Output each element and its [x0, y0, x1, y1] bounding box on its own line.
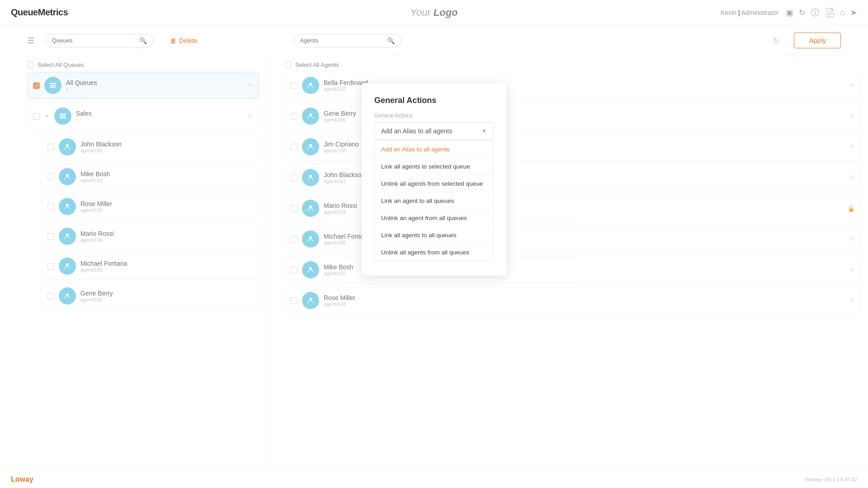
- queues-search-input[interactable]: [52, 37, 137, 44]
- toolbar-refresh-icon[interactable]: ↻: [773, 36, 779, 46]
- dropdown-option[interactable]: Link all agents to selected queue: [375, 158, 493, 175]
- header-icons: ▣ ↻ ⓘ 📄 ⌂ ➤: [786, 7, 857, 18]
- modal-overlay: General Actions General Actions Add an A…: [0, 56, 868, 472]
- hamburger-icon[interactable]: ☰: [27, 36, 34, 46]
- delete-button[interactable]: 🗑 Delete: [170, 37, 197, 44]
- modal-select[interactable]: Add an Alias to all agents ▼: [374, 122, 494, 140]
- dropdown-option[interactable]: Unlink an agent from all queues: [375, 210, 493, 227]
- refresh-icon[interactable]: ↻: [799, 8, 806, 18]
- modal-title: General Actions: [374, 96, 494, 105]
- modal-section-label: General Actions: [374, 113, 494, 119]
- footer: Loway ©loway v19.1 1.6.07.02: [0, 470, 868, 488]
- apply-button[interactable]: Apply: [794, 33, 841, 48]
- inbox-icon[interactable]: ▣: [786, 8, 793, 18]
- queues-search-icon: 🔍: [139, 37, 147, 44]
- dropdown-option[interactable]: Unlink all agents from selected queue: [375, 175, 493, 192]
- info-icon[interactable]: ⓘ: [811, 7, 819, 18]
- footer-logo: Loway: [11, 475, 33, 483]
- header-right: Kevin | Administrator ▣ ↻ ⓘ 📄 ⌂ ➤: [721, 7, 857, 18]
- header: QueueMetrics Your Logo Kevin | Administr…: [0, 0, 868, 25]
- home-icon[interactable]: ⌂: [840, 8, 845, 17]
- logout-icon[interactable]: ➤: [850, 8, 857, 18]
- dropdown-option[interactable]: Unlink all agents from all queues: [375, 244, 493, 261]
- general-actions-modal: General Actions General Actions Add an A…: [362, 83, 506, 276]
- dropdown-option[interactable]: Link an agent to all queues: [375, 192, 493, 210]
- toolbar: ☰ 🔍 🗑 Delete 🔍 ↻ Apply: [0, 25, 868, 56]
- dropdown-option[interactable]: Add an Alias to all agents: [375, 141, 493, 158]
- brand-logo: Your Logo: [410, 7, 458, 19]
- footer-version: ©loway v19.1 1.6.07.02: [805, 477, 857, 482]
- document-icon[interactable]: 📄: [825, 8, 835, 18]
- trash-icon: 🗑: [170, 37, 176, 44]
- dropdown-option[interactable]: Link all agents to all queues: [375, 227, 493, 244]
- user-info: Kevin | Administrator: [721, 9, 778, 16]
- chevron-down-icon: ▼: [481, 128, 487, 134]
- queues-search-box[interactable]: 🔍: [45, 34, 154, 47]
- agents-search-icon: 🔍: [387, 37, 395, 44]
- modal-selected-value: Add an Alias to all agents: [381, 127, 452, 135]
- agents-search-box[interactable]: 🔍: [293, 34, 401, 47]
- app-logo: QueueMetrics: [11, 7, 68, 18]
- agents-search-input[interactable]: [300, 37, 385, 44]
- dropdown-list: Add an Alias to all agentsLink all agent…: [374, 141, 494, 261]
